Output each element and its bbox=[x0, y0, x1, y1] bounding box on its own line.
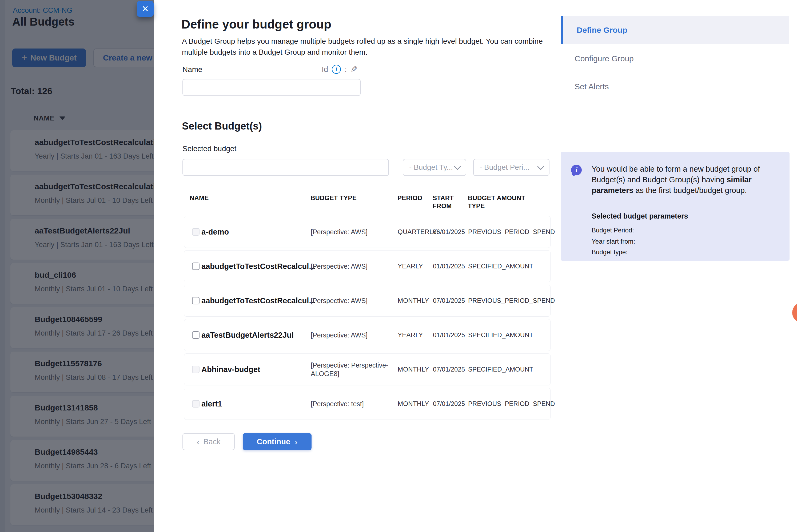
row-checkbox[interactable] bbox=[192, 263, 200, 270]
continue-button[interactable]: Continue › bbox=[243, 433, 312, 450]
budget-period-filter-dropdown[interactable]: - Budget Peri... bbox=[473, 159, 550, 176]
close-button[interactable]: ✕ bbox=[137, 1, 154, 17]
budget-table-header: NAME BUDGET TYPE PERIOD START FROM BUDGE… bbox=[184, 194, 551, 215]
chevron-right-icon: › bbox=[295, 437, 297, 446]
id-row: Id i : ✎ bbox=[322, 63, 358, 75]
row-amount-type: SPECIFIED_AMOUNT bbox=[468, 331, 550, 339]
step-define-group[interactable]: Define Group bbox=[561, 16, 789, 44]
row-amount-type: PREVIOUS_PERIOD_SPEND bbox=[468, 400, 550, 407]
column-header-type: BUDGET TYPE bbox=[311, 194, 357, 202]
step-label: Define Group bbox=[577, 25, 627, 35]
row-period: YEARLY bbox=[398, 331, 423, 339]
row-budget-type: [Perspective: test] bbox=[311, 400, 391, 408]
row-start-from: 01/01/2025 bbox=[433, 263, 465, 270]
info-text-part2: as the first budget/budget group. bbox=[633, 186, 747, 194]
back-button[interactable]: ‹ Back bbox=[182, 433, 235, 450]
row-amount-type: PREVIOUS_PERIOD_SPEND bbox=[468, 228, 550, 235]
row-budget-type: [Perspective: AWS] bbox=[311, 331, 391, 339]
param-budget-type: Budget type: bbox=[592, 248, 628, 256]
budget-table-row[interactable]: alert1 [Perspective: test] MONTHLY 07/01… bbox=[184, 388, 551, 420]
row-checkbox[interactable] bbox=[192, 297, 200, 304]
info-panel-text: You would be able to form a new budget g… bbox=[592, 164, 778, 196]
row-budget-type: [Perspective: AWS] bbox=[311, 228, 391, 236]
budget-table-row[interactable]: Abhinav-budget [Perspective: Perspective… bbox=[184, 354, 551, 385]
row-budget-type: [Perspective: Perspective-ALOGE8] bbox=[311, 361, 391, 378]
row-period: QUARTERLY bbox=[398, 228, 437, 235]
step-configure-group[interactable]: Configure Group bbox=[561, 48, 789, 70]
drawer-description: A Budget Group helps you manage multiple… bbox=[182, 36, 553, 58]
selected-budget-label: Selected budget bbox=[182, 145, 236, 153]
back-label: Back bbox=[203, 437, 220, 446]
budget-type-filter-value: - Budget Ty... bbox=[409, 163, 452, 172]
column-header-period: PERIOD bbox=[397, 194, 422, 202]
row-name: Abhinav-budget bbox=[201, 365, 260, 374]
row-checkbox[interactable] bbox=[192, 400, 200, 407]
row-budget-type: [Perspective: AWS] bbox=[311, 262, 391, 270]
chevron-down-icon bbox=[454, 163, 461, 170]
id-colon: : bbox=[345, 65, 347, 74]
row-name: aaTestBudgetAlerts22Jul bbox=[201, 331, 294, 340]
budget-table-row[interactable]: aaTestBudgetAlerts22Jul [Perspective: AW… bbox=[184, 319, 551, 351]
row-name: aabudgetToTestCostRecalcul... bbox=[201, 262, 316, 271]
row-period: YEARLY bbox=[398, 263, 423, 270]
chevron-down-icon bbox=[537, 163, 544, 170]
row-start-from: 07/01/2025 bbox=[433, 297, 465, 304]
drawer-title: Define your budget group bbox=[181, 17, 331, 32]
row-period: MONTHLY bbox=[398, 366, 429, 373]
row-start-from: 06/01/2025 bbox=[433, 228, 465, 235]
budget-type-filter-dropdown[interactable]: - Budget Ty... bbox=[403, 159, 466, 176]
id-label: Id bbox=[322, 65, 328, 74]
row-budget-type: [Perspective: AWS] bbox=[311, 297, 391, 305]
select-budgets-title: Select Budget(s) bbox=[182, 120, 262, 132]
divider bbox=[182, 114, 548, 114]
budget-group-drawer: Define your budget group A Budget Group … bbox=[154, 0, 797, 532]
budget-table-row[interactable]: aabudgetToTestCostRecalcul... [Perspecti… bbox=[184, 285, 551, 317]
edit-pencil-icon[interactable]: ✎ bbox=[351, 64, 358, 74]
param-budget-period: Budget Period: bbox=[592, 227, 634, 234]
row-name: a-demo bbox=[201, 228, 229, 236]
row-period: MONTHLY bbox=[398, 297, 429, 304]
selected-budget-input[interactable] bbox=[182, 159, 389, 176]
selected-budget-parameters-title: Selected budget parameters bbox=[592, 212, 688, 221]
row-amount-type: SPECIFIED_AMOUNT bbox=[468, 366, 550, 373]
row-start-from: 07/01/2025 bbox=[433, 366, 465, 373]
step-label: Configure Group bbox=[575, 54, 634, 63]
step-label: Set Alerts bbox=[575, 82, 609, 91]
screen: Account: CCM-NG All Budgets + New Budget… bbox=[0, 0, 797, 532]
row-name: aabudgetToTestCostRecalcul... bbox=[201, 297, 316, 305]
row-checkbox[interactable] bbox=[192, 228, 200, 235]
column-header-name: NAME bbox=[190, 194, 209, 202]
step-set-alerts[interactable]: Set Alerts bbox=[561, 75, 789, 98]
row-amount-type: SPECIFIED_AMOUNT bbox=[468, 263, 550, 270]
column-header-amount: BUDGET AMOUNT TYPE bbox=[468, 194, 529, 210]
budget-table-row[interactable]: aabudgetToTestCostRecalcul... [Perspecti… bbox=[184, 250, 551, 282]
info-panel: i You would be able to form a new budget… bbox=[561, 152, 790, 261]
group-name-input[interactable] bbox=[182, 79, 360, 96]
param-year-start-from: Year start from: bbox=[592, 238, 635, 245]
row-amount-type: PREVIOUS_PERIOD_SPEND bbox=[468, 297, 550, 304]
row-name: alert1 bbox=[201, 400, 222, 408]
id-info-icon[interactable]: i bbox=[332, 65, 341, 74]
budget-table-row[interactable]: a-demo [Perspective: AWS] QUARTERLY 06/0… bbox=[184, 216, 551, 248]
info-icon: i bbox=[571, 165, 582, 175]
row-period: MONTHLY bbox=[398, 400, 429, 407]
column-header-start: START FROM bbox=[433, 194, 465, 210]
chevron-left-icon: ‹ bbox=[197, 437, 200, 446]
row-start-from: 07/01/2025 bbox=[433, 400, 465, 407]
modal-backdrop[interactable] bbox=[0, 0, 154, 532]
row-start-from: 01/01/2025 bbox=[433, 331, 465, 339]
row-checkbox[interactable] bbox=[192, 366, 200, 373]
continue-label: Continue bbox=[257, 437, 291, 446]
close-icon: ✕ bbox=[142, 4, 149, 14]
name-label: Name bbox=[182, 65, 202, 74]
row-checkbox[interactable] bbox=[192, 331, 200, 339]
budget-period-filter-value: - Budget Peri... bbox=[480, 163, 530, 172]
